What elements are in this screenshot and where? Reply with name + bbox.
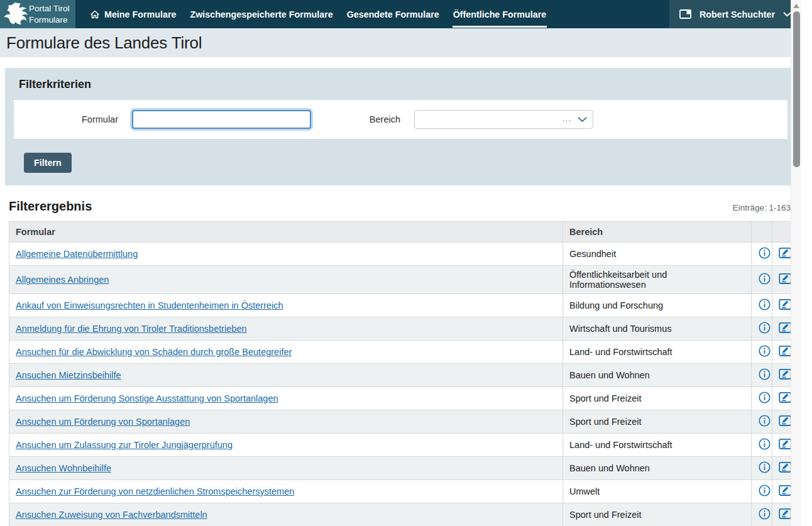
bereich-cell: Bauen und Wohnen [563, 457, 752, 480]
bereich-cell: Bildung und Forschung [563, 294, 752, 317]
fill-form-icon[interactable] [779, 368, 792, 380]
table-row: Ansuchen um Förderung Sonstige Ausstattu… [9, 387, 791, 410]
info-cell [752, 317, 772, 341]
fill-form-icon[interactable] [779, 485, 792, 496]
page-title: Formulare des Landes Tirol [6, 33, 202, 53]
nav-item-oeffentliche-formulare[interactable]: Öffentliche Formulare [446, 0, 554, 28]
info-cell [752, 434, 772, 457]
form-link[interactable]: Ansuchen um Förderung Sonstige Ausstattu… [16, 393, 278, 403]
bereich-cell: Land- und Forstwirtschaft [563, 434, 752, 457]
info-cell [752, 387, 772, 410]
formular-label: Formular [14, 114, 132, 124]
formular-cell: Ansuchen für die Abwicklung von Schäden … [9, 341, 563, 364]
info-icon[interactable] [758, 461, 771, 474]
fill-form-icon[interactable] [779, 322, 792, 334]
fill-form-icon[interactable] [779, 392, 792, 403]
home-icon [90, 9, 100, 19]
filter-panel: Formular Bereich … [14, 100, 787, 139]
filtern-button[interactable]: Filtern [24, 153, 72, 173]
page-title-bar: Formulare des Landes Tirol [0, 28, 801, 57]
column-header-action [772, 222, 791, 243]
formular-cell: Anmeldung für die Ehrung von Tiroler Tra… [9, 317, 563, 341]
fill-form-icon[interactable] [779, 247, 792, 259]
info-icon[interactable] [758, 368, 771, 381]
fill-form-icon[interactable] [779, 299, 792, 310]
fill-form-icon[interactable] [779, 508, 792, 520]
portal-logo[interactable]: Portal Tirol Formulare [0, 0, 75, 28]
form-link[interactable]: Ansuchen um Förderung von Sportanlagen [16, 417, 190, 427]
results-header: Filterergebnis Einträge: 1-163 [9, 199, 791, 214]
action-cell [772, 364, 791, 387]
info-icon[interactable] [758, 298, 771, 311]
nav-item-meine-formulare[interactable]: Meine Formulare [83, 0, 183, 28]
info-icon[interactable] [758, 321, 771, 334]
fill-form-icon[interactable] [779, 415, 792, 427]
form-link[interactable]: Allgemeine Datenübermittlung [16, 249, 138, 259]
bereich-cell: Bauen und Wohnen [563, 364, 752, 387]
nav-item-gesendete-formulare[interactable]: Gesendete Formulare [340, 0, 446, 28]
nav-label: Zwischengespeicherte Formulare [190, 9, 332, 19]
table-row: Ansuchen um Zulassung zur Tiroler Jungjä… [9, 434, 791, 457]
formular-cell: Ansuchen um Zulassung zur Tiroler Jungjä… [9, 434, 563, 457]
filter-heading: Filterkriterien [19, 78, 787, 91]
column-header-formular: Formular [9, 222, 563, 243]
formular-cell: Ankauf von Einweisungsrechten in Student… [9, 294, 563, 317]
formular-cell: Ansuchen Wohnbeihilfe [9, 457, 563, 480]
nav-label: Gesendete Formulare [347, 9, 439, 19]
table-row: Ansuchen Mietzinsbeihilfe Bauen und Wohn… [9, 364, 791, 387]
bereich-cell: Umwelt [563, 480, 752, 503]
form-link[interactable]: Ansuchen zur Förderung von netzdienliche… [16, 486, 294, 496]
form-link[interactable]: Ankauf von Einweisungsrechten in Student… [16, 300, 283, 310]
fill-form-icon[interactable] [779, 345, 792, 357]
fill-form-icon[interactable] [779, 461, 792, 473]
formular-input[interactable] [132, 110, 311, 129]
info-icon[interactable] [758, 437, 771, 451]
form-link[interactable]: Allgemeines Anbringen [16, 275, 109, 285]
bereich-cell: Öffentlichkeitsarbeit und Informationswe… [563, 266, 752, 294]
organization-icon [679, 9, 691, 19]
scrollbar-up-arrow[interactable] [793, 4, 799, 8]
bereich-cell: Sport und Freizeit [563, 387, 752, 410]
fill-form-icon[interactable] [779, 438, 792, 450]
info-icon[interactable] [758, 344, 771, 358]
form-link[interactable]: Anmeldung für die Ehrung von Tiroler Tra… [16, 324, 247, 334]
action-cell [772, 294, 791, 317]
info-icon[interactable] [758, 272, 771, 285]
action-cell [772, 341, 791, 364]
info-cell [752, 364, 772, 387]
user-menu[interactable]: Robert Schuchter [669, 0, 801, 28]
info-icon[interactable] [758, 391, 771, 404]
form-link[interactable]: Ansuchen Zuweisung von Fachverbandsmitte… [16, 510, 207, 520]
nav-item-zwischengespeicherte-formulare[interactable]: Zwischengespeicherte Formulare [183, 0, 339, 28]
table-row: Ansuchen für die Abwicklung von Schäden … [9, 341, 791, 364]
form-link[interactable]: Ansuchen Wohnbeihilfe [16, 463, 111, 473]
action-cell [772, 266, 791, 294]
form-link[interactable]: Ansuchen um Zulassung zur Tiroler Jungjä… [16, 440, 233, 450]
nav-label: Öffentliche Formulare [453, 9, 547, 19]
portal-logo-text: Portal Tirol Formulare [29, 3, 70, 25]
scrollbar-thumb[interactable] [793, 11, 800, 167]
page: Portal Tirol Formulare Meine Formulare Z… [0, 0, 801, 526]
action-cell [772, 434, 791, 457]
results-table: Formular Bereich Allgemeine Datenübermit… [9, 221, 791, 526]
info-icon[interactable] [758, 414, 771, 427]
info-cell [752, 294, 772, 317]
info-cell [752, 266, 772, 294]
formular-field: Formular [14, 110, 311, 129]
action-cell [772, 503, 791, 526]
info-icon[interactable] [758, 246, 771, 260]
table-row: Allgemeines Anbringen Öffentlichkeitsarb… [9, 266, 791, 294]
fill-form-icon[interactable] [779, 273, 792, 285]
formular-cell: Allgemeines Anbringen [9, 266, 563, 294]
info-icon[interactable] [758, 507, 771, 520]
info-icon[interactable] [758, 484, 771, 497]
form-link[interactable]: Ansuchen Mietzinsbeihilfe [16, 370, 121, 380]
table-row: Ansuchen Wohnbeihilfe Bauen und Wohnen [9, 457, 791, 480]
vertical-scrollbar[interactable] [791, 0, 801, 526]
info-cell [752, 341, 772, 364]
column-header-info [752, 222, 772, 243]
info-cell [752, 503, 772, 526]
info-cell [752, 480, 772, 503]
form-link[interactable]: Ansuchen für die Abwicklung von Schäden … [16, 347, 292, 357]
bereich-select[interactable]: … [414, 110, 593, 129]
